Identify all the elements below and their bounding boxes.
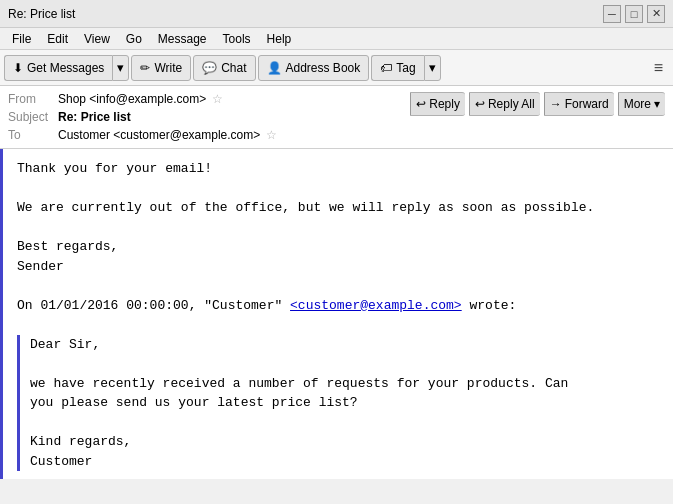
chat-label: Chat [221,61,246,75]
body-line-5: Best regards, [17,237,659,257]
menu-view[interactable]: View [76,30,118,48]
more-button[interactable]: More ▾ [618,92,665,116]
quoted-email-link[interactable]: <customer@example.com> [290,298,462,313]
subject-value: Re: Price list [58,110,131,124]
quoted-line-4: you please send us your latest price lis… [30,393,659,413]
subject-label: Subject [8,110,58,124]
maximize-button[interactable]: □ [625,5,643,23]
from-label: From [8,92,58,106]
window-controls: ─ □ ✕ [603,5,665,23]
reply-all-label: Reply All [488,97,535,111]
forward-group: → Forward [544,92,614,116]
chat-icon: 💬 [202,61,217,75]
quoted-line-1: Dear Sir, [30,335,659,355]
hamburger-menu[interactable]: ≡ [648,57,669,79]
to-star-icon[interactable]: ☆ [266,128,277,142]
menu-edit[interactable]: Edit [39,30,76,48]
more-arrow-icon: ▾ [654,97,660,111]
to-value: Customer <customer@example.com> [58,128,260,142]
menu-go[interactable]: Go [118,30,150,48]
from-row: From Shop <info@example.com> ☆ [8,90,410,108]
tag-label: Tag [396,61,415,75]
get-messages-icon: ⬇ [13,61,23,75]
close-button[interactable]: ✕ [647,5,665,23]
reply-icon: ↩ [416,97,426,111]
email-body: Thank you for your email! We are current… [0,149,673,479]
menu-tools[interactable]: Tools [215,30,259,48]
from-star-icon[interactable]: ☆ [212,92,223,106]
get-messages-button[interactable]: ⬇ Get Messages [4,55,112,81]
tag-group: 🏷 Tag ▾ [371,55,440,81]
to-label: To [8,128,58,142]
body-line-4 [17,218,659,238]
tag-button[interactable]: 🏷 Tag [371,55,423,81]
quoted-line-3: we have recently received a number of re… [30,374,659,394]
write-label: Write [154,61,182,75]
more-group: More ▾ [618,92,665,116]
quoted-line-5 [30,413,659,433]
quoted-line-2 [30,354,659,374]
reply-button[interactable]: ↩ Reply [410,92,465,116]
forward-icon: → [550,97,562,111]
address-book-button[interactable]: 👤 Address Book [258,55,370,81]
get-messages-arrow[interactable]: ▾ [112,55,129,81]
minimize-button[interactable]: ─ [603,5,621,23]
subject-row: Subject Re: Price list [8,108,410,126]
get-messages-label: Get Messages [27,61,104,75]
body-line-2 [17,179,659,199]
write-button[interactable]: ✏ Write [131,55,191,81]
window-title: Re: Price list [8,7,75,21]
chat-button[interactable]: 💬 Chat [193,55,255,81]
forward-button[interactable]: → Forward [544,92,614,116]
reply-all-group: ↩ Reply All [469,92,540,116]
to-row: To Customer <customer@example.com> ☆ [8,126,410,144]
quoted-line-6: Kind regards, [30,432,659,452]
body-line-8: On 01/01/2016 00:00:00, "Customer" <cust… [17,296,659,316]
menu-message[interactable]: Message [150,30,215,48]
body-line-7 [17,276,659,296]
tag-icon: 🏷 [380,61,392,75]
more-label: More [624,97,651,111]
reply-all-icon: ↩ [475,97,485,111]
menu-help[interactable]: Help [259,30,300,48]
title-bar: Re: Price list ─ □ ✕ [0,0,673,28]
body-line-1: Thank you for your email! [17,159,659,179]
menu-bar: File Edit View Go Message Tools Help [0,28,673,50]
body-line-3: We are currently out of the office, but … [17,198,659,218]
tag-arrow[interactable]: ▾ [424,55,441,81]
quote-block: Dear Sir, we have recently received a nu… [17,335,659,472]
body-line-6: Sender [17,257,659,277]
reply-all-button[interactable]: ↩ Reply All [469,92,540,116]
menu-file[interactable]: File [4,30,39,48]
forward-label: Forward [565,97,609,111]
from-value: Shop <info@example.com> [58,92,206,106]
reply-label: Reply [429,97,460,111]
toolbar: ⬇ Get Messages ▾ ✏ Write 💬 Chat 👤 Addres… [0,50,673,86]
address-book-icon: 👤 [267,61,282,75]
address-book-label: Address Book [286,61,361,75]
get-messages-group: ⬇ Get Messages ▾ [4,55,129,81]
email-header: From Shop <info@example.com> ☆ Subject R… [0,86,673,149]
quoted-line-7: Customer [30,452,659,472]
write-icon: ✏ [140,61,150,75]
reply-group: ↩ Reply [410,92,465,116]
